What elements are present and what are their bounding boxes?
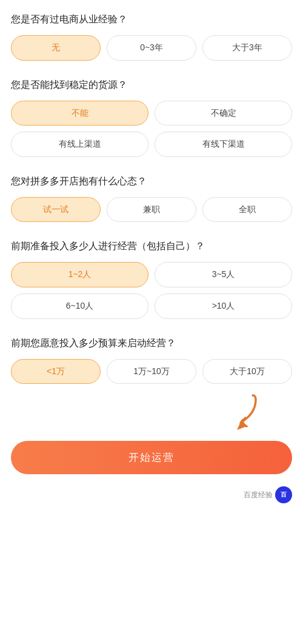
question-4: 前期准备投入多少人进行经营（包括自己）？ (11, 239, 292, 253)
baidu-watermark: 百度经验 百 (11, 486, 292, 503)
page-container: 您是否有过电商从业经验？ 无 0~3年 大于3年 您是否能找到稳定的货源？ 不能… (0, 0, 303, 522)
question-2: 您是否能找到稳定的货源？ (11, 78, 292, 92)
option-q2-2[interactable]: 不确定 (155, 101, 292, 126)
options-q3: 试一试 兼职 全职 (11, 197, 292, 223)
arrow-icon (228, 392, 262, 435)
option-q3-2[interactable]: 兼职 (107, 197, 196, 223)
option-q3-3[interactable]: 全职 (202, 197, 292, 223)
option-q2-4[interactable]: 有线下渠道 (155, 132, 292, 157)
option-q5-3[interactable]: 大于10万 (202, 359, 292, 384)
option-q5-2[interactable]: 1万~10万 (107, 359, 196, 384)
option-q5-1[interactable]: <1万 (11, 359, 101, 384)
option-q4-4[interactable]: >10人 (155, 293, 292, 319)
option-q2-3[interactable]: 有线上渠道 (11, 132, 148, 157)
section-q4: 前期准备投入多少人进行经营（包括自己）？ 1~2人 3~5人 6~10人 >10… (11, 239, 292, 318)
options-q1: 无 0~3年 大于3年 (11, 35, 292, 61)
option-q2-1[interactable]: 不能 (11, 101, 148, 126)
option-q4-1[interactable]: 1~2人 (11, 262, 148, 287)
options-q5: <1万 1万~10万 大于10万 (11, 359, 292, 384)
options-q4: 1~2人 3~5人 6~10人 >10人 (11, 262, 292, 318)
baidu-icon: 百 (275, 486, 292, 503)
question-5: 前期您愿意投入多少预算来启动经营？ (11, 336, 292, 351)
start-button[interactable]: 开始运营 (11, 441, 292, 474)
question-3: 您对拼多多开店抱有什么心态？ (11, 174, 292, 189)
option-q4-2[interactable]: 3~5人 (155, 262, 292, 287)
option-q4-3[interactable]: 6~10人 (11, 293, 148, 319)
start-btn-wrapper: 开始运营 (11, 441, 292, 480)
option-q1-1[interactable]: 无 (11, 35, 101, 61)
option-q1-3[interactable]: 大于3年 (202, 35, 292, 61)
baidu-text: 百度经验 (244, 490, 273, 500)
option-q3-1[interactable]: 试一试 (11, 197, 101, 223)
question-1: 您是否有过电商从业经验？ (11, 12, 292, 27)
section-q5: 前期您愿意投入多少预算来启动经营？ <1万 1万~10万 大于10万 (11, 336, 292, 384)
section-q1: 您是否有过电商从业经验？ 无 0~3年 大于3年 (11, 12, 292, 61)
section-q3: 您对拼多多开店抱有什么心态？ 试一试 兼职 全职 (11, 174, 292, 223)
section-q2: 您是否能找到稳定的货源？ 不能 不确定 有线上渠道 有线下渠道 (11, 78, 292, 157)
bottom-area: 开始运营 百度经验 百 (11, 392, 292, 503)
option-q1-2[interactable]: 0~3年 (107, 35, 196, 61)
options-q2: 不能 不确定 有线上渠道 有线下渠道 (11, 101, 292, 157)
